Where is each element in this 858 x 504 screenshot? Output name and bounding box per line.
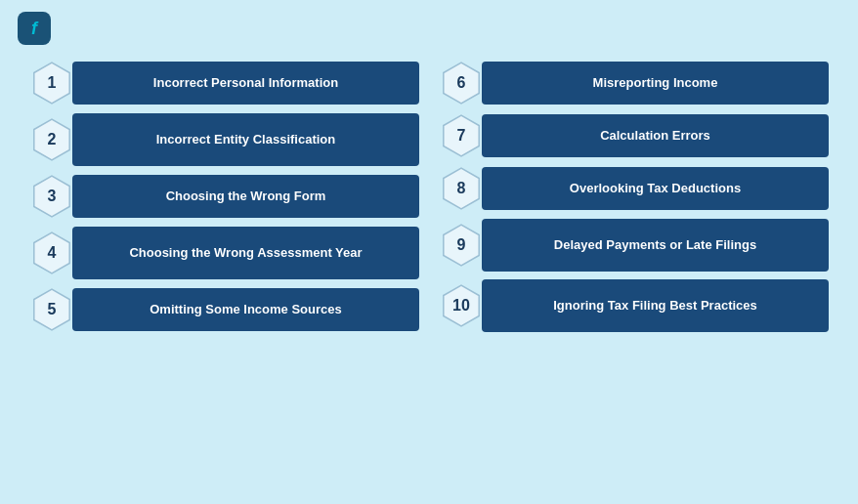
hex-badge: 7 (439, 113, 484, 158)
hex-badge: 5 (29, 287, 74, 332)
hex-badge: 10 (439, 283, 484, 328)
item-label: Calculation Errors (482, 114, 829, 157)
item-label: Delayed Payments or Late Filings (482, 219, 829, 272)
item-label: Ignoring Tax Filing Best Practices (482, 279, 829, 332)
items-grid: 1Incorrect Personal Information2Incorrec… (0, 61, 858, 340)
item-number: 4 (48, 244, 57, 262)
hex-badge: 9 (439, 223, 484, 268)
item-label: Overlooking Tax Deductions (482, 167, 829, 210)
header: f (0, 0, 858, 49)
item-label: Choosing the Wrong Form (72, 175, 419, 218)
hex-badge: 2 (29, 117, 74, 162)
item-number: 5 (48, 301, 57, 318)
item-number: 3 (48, 188, 57, 205)
item-number: 2 (48, 131, 57, 148)
item-label: Choosing the Wrong Assessment Year (72, 227, 419, 279)
item-label: Incorrect Entity Classification (72, 113, 419, 166)
list-item: 8Overlooking Tax Deductions (439, 166, 829, 211)
hex-badge: 1 (29, 61, 74, 105)
list-item: 6Misreporting Income (439, 61, 829, 105)
item-number: 8 (457, 180, 466, 197)
list-item: 9Delayed Payments or Late Filings (439, 219, 829, 272)
hex-badge: 3 (29, 174, 74, 219)
list-item: 2Incorrect Entity Classification (29, 113, 419, 166)
list-item: 1Incorrect Personal Information (29, 61, 419, 105)
item-number: 10 (452, 297, 470, 315)
right-column: 6Misreporting Income7Calculation Errors8… (439, 61, 829, 340)
list-item: 10Ignoring Tax Filing Best Practices (439, 279, 829, 332)
item-label: Incorrect Personal Information (72, 62, 419, 105)
item-number: 1 (48, 74, 57, 92)
logo-icon: f (18, 12, 51, 45)
item-number: 7 (457, 127, 466, 145)
list-item: 4Choosing the Wrong Assessment Year (29, 227, 419, 279)
list-item: 5Omitting Some Income Sources (29, 287, 419, 332)
list-item: 7Calculation Errors (439, 113, 829, 158)
item-label: Misreporting Income (482, 62, 829, 105)
list-item: 3Choosing the Wrong Form (29, 174, 419, 219)
item-number: 9 (457, 236, 466, 254)
item-number: 6 (457, 74, 466, 92)
main-container: f 1Incorrect Personal Information2Incorr… (0, 0, 858, 504)
hex-badge: 8 (439, 166, 484, 211)
hex-badge: 4 (29, 231, 74, 275)
item-label: Omitting Some Income Sources (72, 288, 419, 331)
left-column: 1Incorrect Personal Information2Incorrec… (29, 61, 419, 340)
logo-letter: f (31, 19, 37, 39)
hex-badge: 6 (439, 61, 484, 105)
